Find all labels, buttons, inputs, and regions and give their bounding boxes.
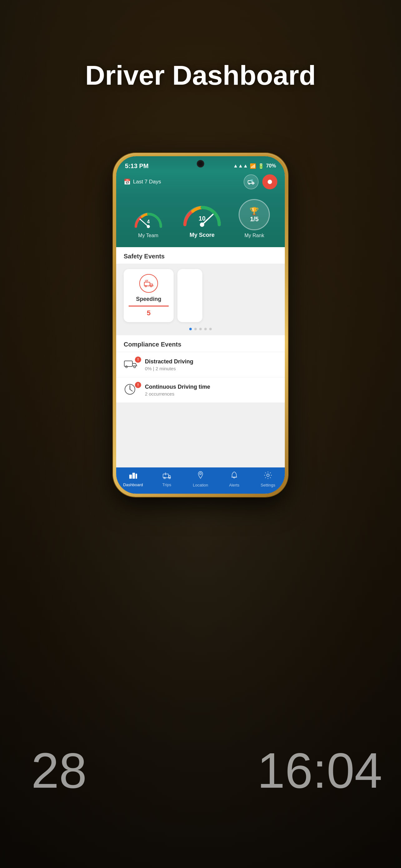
svg-rect-21 bbox=[132, 473, 135, 479]
my-team-gauge: 4 bbox=[131, 205, 166, 230]
nav-trips[interactable]: Trips bbox=[156, 471, 178, 487]
distracted-sub: 0% | 2 minutes bbox=[145, 366, 277, 371]
date-filter[interactable]: 📅 Last 7 Days bbox=[124, 178, 161, 185]
nav-dashboard-label: Dashboard bbox=[123, 483, 143, 487]
distracted-driving-item[interactable]: ! Distracted Driving 0% | 2 minutes bbox=[116, 352, 285, 377]
svg-point-29 bbox=[267, 474, 269, 476]
nav-dashboard[interactable]: Dashboard bbox=[122, 471, 144, 487]
svg-rect-23 bbox=[163, 474, 169, 478]
svg-point-26 bbox=[165, 472, 166, 474]
phone-frame: 5:13 PM ▲▲▲ 📶 🔋 70% 📅 Last 7 Days bbox=[113, 153, 288, 497]
svg-point-2 bbox=[252, 183, 254, 184]
continuous-text: Continuous Driving time 2 occurrences bbox=[145, 384, 277, 397]
nav-alerts-label: Alerts bbox=[229, 483, 239, 488]
my-score-label: My Score bbox=[190, 232, 214, 239]
continuous-driving-item[interactable]: ! Continuous Driving time 2 occurrences bbox=[116, 377, 285, 403]
battery-level: 70% bbox=[266, 163, 276, 169]
fleet-button[interactable] bbox=[244, 174, 259, 189]
svg-rect-14 bbox=[124, 361, 132, 367]
dots-indicator bbox=[116, 324, 285, 335]
my-team-metric: 4 My Team bbox=[131, 205, 166, 239]
rank-circle: 🏆 1/5 bbox=[239, 199, 270, 230]
battery-icon: 🔋 bbox=[258, 163, 264, 169]
svg-text:4: 4 bbox=[147, 219, 149, 224]
speeding-count: 5 bbox=[129, 306, 169, 317]
alerts-nav-icon bbox=[231, 471, 238, 482]
my-score-gauge: 10 bbox=[180, 198, 224, 229]
speeding-icon-circle bbox=[139, 274, 158, 293]
svg-rect-20 bbox=[129, 475, 132, 479]
record-button[interactable] bbox=[262, 174, 277, 189]
nav-settings-label: Settings bbox=[261, 483, 275, 488]
nav-location[interactable]: Location bbox=[190, 471, 211, 488]
dash-number-28: 28 bbox=[31, 742, 87, 799]
compliance-section: Compliance Events bbox=[116, 335, 285, 403]
phone-screen: 5:13 PM ▲▲▲ 📶 🔋 70% 📅 Last 7 Days bbox=[116, 156, 285, 494]
nav-alerts[interactable]: Alerts bbox=[223, 471, 245, 488]
svg-point-27 bbox=[200, 473, 201, 475]
continuous-title: Continuous Driving time bbox=[145, 384, 277, 390]
calendar-icon: 📅 bbox=[124, 178, 131, 185]
continuous-sub: 2 occurrences bbox=[145, 391, 277, 397]
dot-1 bbox=[189, 328, 192, 330]
status-time: 5:13 PM bbox=[125, 162, 149, 170]
svg-point-4 bbox=[268, 180, 272, 184]
svg-rect-3 bbox=[251, 180, 253, 181]
my-rank-metric: 🏆 1/5 My Rank bbox=[239, 199, 270, 239]
date-filter-label: Last 7 Days bbox=[133, 179, 161, 185]
phone-inner: 5:13 PM ▲▲▲ 📶 🔋 70% 📅 Last 7 Days bbox=[116, 156, 285, 494]
svg-rect-11 bbox=[144, 282, 150, 286]
continuous-icon-wrap: ! bbox=[124, 383, 140, 397]
scene: 28 16:04 Driver Dashboard 5:13 PM ▲▲▲ 📶 … bbox=[0, 0, 401, 868]
status-icons: ▲▲▲ 📶 🔋 70% bbox=[233, 163, 276, 169]
svg-point-6 bbox=[147, 225, 150, 228]
distracted-icon-wrap: ! bbox=[124, 358, 140, 372]
metrics-row: 4 My Team bbox=[116, 195, 285, 247]
page-title: Driver Dashboard bbox=[0, 59, 401, 91]
signal-icon: 📶 bbox=[250, 163, 256, 169]
dot-4 bbox=[204, 328, 207, 330]
svg-point-25 bbox=[169, 477, 170, 479]
safety-events-header: Safety Events bbox=[116, 247, 285, 264]
compliance-header: Compliance Events bbox=[116, 335, 285, 352]
safety-events-scroll[interactable]: Speeding 5 bbox=[116, 264, 285, 324]
nav-trips-label: Trips bbox=[162, 483, 171, 487]
dot-3 bbox=[199, 328, 202, 330]
svg-rect-22 bbox=[136, 474, 137, 479]
my-score-metric: 10 My Score bbox=[180, 198, 224, 239]
camera-cutout bbox=[197, 161, 204, 167]
dot-5 bbox=[209, 328, 212, 330]
speeding-label: Speeding bbox=[136, 296, 161, 303]
event-placeholder bbox=[177, 269, 202, 322]
distracted-warning-icon: ! bbox=[135, 356, 141, 363]
location-nav-icon bbox=[197, 471, 204, 482]
trophy-icon: 🏆 bbox=[249, 207, 259, 216]
distracted-title: Distracted Driving bbox=[145, 359, 277, 365]
svg-point-24 bbox=[164, 477, 166, 479]
header-buttons bbox=[244, 174, 277, 189]
dashboard-nav-icon bbox=[129, 471, 137, 481]
bottom-nav: Dashboard bbox=[116, 467, 285, 494]
dot-2 bbox=[194, 328, 197, 330]
speeding-event-card[interactable]: Speeding 5 bbox=[124, 269, 174, 322]
app-header: 📅 Last 7 Days bbox=[116, 171, 285, 195]
trips-nav-icon bbox=[163, 471, 171, 481]
main-content: Safety Events bbox=[116, 247, 285, 467]
continuous-warning-icon: ! bbox=[135, 382, 141, 388]
wifi-icon: ▲▲▲ bbox=[233, 163, 248, 169]
nav-location-label: Location bbox=[193, 483, 208, 488]
my-team-label: My Team bbox=[138, 233, 158, 239]
rank-value: 1/5 bbox=[250, 216, 259, 223]
phone-outer-case: 5:13 PM ▲▲▲ 📶 🔋 70% 📅 Last 7 Days bbox=[113, 153, 288, 497]
dash-number-16: 16:04 bbox=[257, 742, 382, 799]
svg-point-9 bbox=[200, 222, 204, 227]
settings-nav-icon bbox=[264, 471, 272, 482]
nav-settings[interactable]: Settings bbox=[257, 471, 279, 488]
svg-line-19 bbox=[130, 389, 132, 391]
distracted-text: Distracted Driving 0% | 2 minutes bbox=[145, 359, 277, 371]
my-rank-label: My Rank bbox=[244, 233, 264, 239]
svg-point-1 bbox=[248, 183, 250, 184]
svg-text:10: 10 bbox=[199, 215, 205, 222]
